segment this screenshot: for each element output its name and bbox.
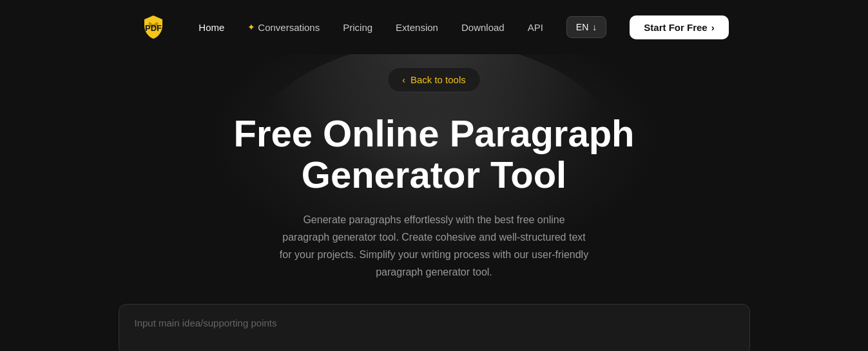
hero-subtitle: Generate paragraphs effortlessly with th…: [280, 211, 589, 281]
nav-link-api[interactable]: API: [528, 22, 543, 33]
back-to-tools-button[interactable]: ‹ Back to tools: [387, 67, 481, 92]
chevron-down-icon: ↓: [592, 22, 597, 32]
start-for-free-button[interactable]: Start For Free ›: [630, 15, 728, 39]
input-wrapper: [119, 304, 750, 351]
hero-section: ‹ Back to tools Free Online Paragraph Ge…: [0, 54, 868, 351]
main-idea-input[interactable]: [119, 304, 750, 351]
main-nav: PDF Home ✦ Conversations Pricing Extensi…: [0, 0, 868, 54]
start-btn-label: Start For Free: [644, 22, 707, 33]
language-button[interactable]: EN ↓: [566, 16, 606, 38]
logo[interactable]: PDF: [139, 13, 168, 41]
nav-link-extension[interactable]: Extension: [396, 22, 438, 33]
nav-link-home[interactable]: Home: [198, 22, 224, 33]
chevron-left-icon: ‹: [402, 75, 405, 85]
nav-link-download[interactable]: Download: [461, 22, 505, 33]
language-label: EN: [576, 22, 588, 32]
hero-title: Free Online Paragraph Generator Tool: [144, 113, 724, 196]
back-to-tools-label: Back to tools: [410, 74, 466, 85]
chevron-right-icon: ›: [711, 22, 715, 33]
nav-link-pricing[interactable]: Pricing: [343, 22, 372, 33]
sparkle-icon: ✦: [247, 22, 255, 32]
nav-conversations-label: Conversations: [258, 22, 320, 33]
nav-link-conversations[interactable]: ✦ Conversations: [247, 22, 320, 33]
